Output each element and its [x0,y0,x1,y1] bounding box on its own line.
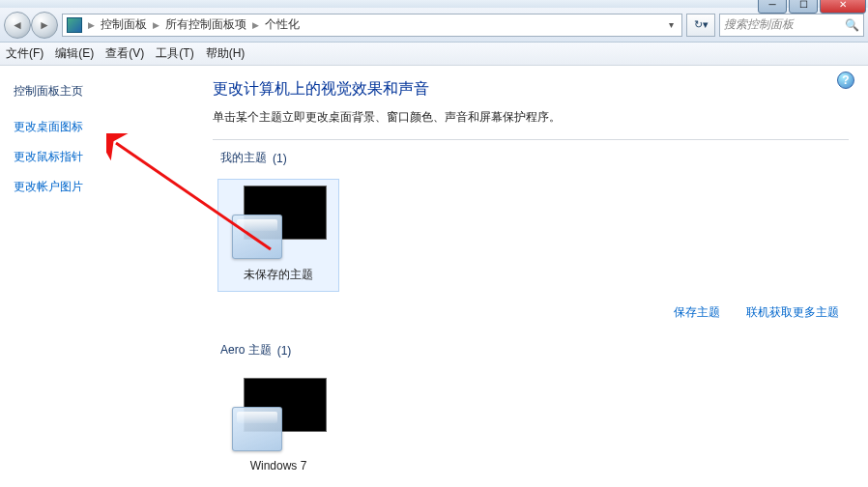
breadcrumb-seg-1[interactable]: 控制面板 [101,16,147,33]
nav-row: ◄ ► ▶ 控制面板 ▶ 所有控制面板项 ▶ 个性化 ▾ ↻▾ 搜索控制面板 🔍 [0,8,868,43]
sidebar-home[interactable]: 控制面板主页 [14,83,180,100]
section-my-themes-header: 我的主题 (1) [213,144,849,174]
aero-themes-list: Windows 7 [213,366,849,486]
menu-view[interactable]: 查看(V) [105,45,144,62]
section-aero-themes-label: Aero 主题 [220,342,272,358]
save-theme-link[interactable]: 保存主题 [674,305,720,319]
chevron-right-icon: ▶ [88,20,95,30]
address-dropdown-icon[interactable]: ▾ [665,19,678,30]
my-themes-list: 未保存的主题 [213,174,849,297]
refresh-button[interactable]: ↻▾ [686,14,715,37]
theme-thumbnail [230,378,327,451]
breadcrumb-seg-2[interactable]: 所有控制面板项 [165,16,246,33]
window-preview [232,407,282,451]
content-area: ? 更改计算机上的视觉效果和声音 单击某个主题立即更改桌面背景、窗口颜色、声音和… [193,66,868,487]
search-placeholder: 搜索控制面板 [724,16,794,33]
titlebar: ─ ☐ ✕ [0,0,868,8]
menu-tools[interactable]: 工具(T) [156,45,193,62]
sidebar-link-desktop-icons[interactable]: 更改桌面图标 [14,119,180,135]
menu-help[interactable]: 帮助(H) [206,45,246,62]
control-panel-icon [67,17,82,33]
menu-file[interactable]: 文件(F) [6,45,43,62]
section-my-themes-count: (1) [273,152,287,165]
section-my-themes-label: 我的主题 [220,150,267,166]
menu-bar: 文件(F) 编辑(E) 查看(V) 工具(T) 帮助(H) [0,43,868,66]
theme-tile-windows7[interactable]: Windows 7 [217,371,339,481]
section-aero-themes-header: Aero 主题 (1) [213,336,849,366]
address-bar[interactable]: ▶ 控制面板 ▶ 所有控制面板项 ▶ 个性化 ▾ [62,14,682,37]
page-subtitle: 单击某个主题立即更改桌面背景、窗口颜色、声音和屏幕保护程序。 [213,109,849,126]
sidebar-link-account-picture[interactable]: 更改帐户图片 [14,179,180,195]
section-aero-themes-count: (1) [277,344,292,358]
window-preview [232,215,282,259]
breadcrumb-seg-3[interactable]: 个性化 [265,16,300,33]
help-icon[interactable]: ? [837,72,854,89]
back-button[interactable]: ◄ [4,12,31,39]
forward-button[interactable]: ► [31,12,58,39]
chevron-right-icon: ▶ [252,20,259,30]
theme-thumbnail [230,186,327,259]
divider [213,139,849,140]
minimize-button[interactable]: ─ [758,0,787,14]
maximize-button[interactable]: ☐ [789,0,818,14]
theme-label: Windows 7 [222,459,334,473]
menu-edit[interactable]: 编辑(E) [55,45,94,62]
close-button[interactable]: ✕ [820,0,866,14]
sidebar: 控制面板主页 更改桌面图标 更改鼠标指针 更改帐户图片 [0,66,193,487]
search-icon[interactable]: 🔍 [845,18,859,32]
chevron-right-icon: ▶ [153,20,159,30]
search-input[interactable]: 搜索控制面板 🔍 [719,14,864,37]
main-area: 控制面板主页 更改桌面图标 更改鼠标指针 更改帐户图片 ? 更改计算机上的视觉效… [0,66,868,487]
theme-label: 未保存的主题 [222,267,334,283]
theme-action-links: 保存主题 联机获取更多主题 [213,297,849,336]
window-controls: ─ ☐ ✕ [758,0,866,14]
sidebar-link-mouse-pointer[interactable]: 更改鼠标指针 [14,149,180,165]
more-themes-link[interactable]: 联机获取更多主题 [746,305,839,319]
page-title: 更改计算机上的视觉效果和声音 [213,79,849,100]
theme-tile-unsaved[interactable]: 未保存的主题 [217,179,339,292]
